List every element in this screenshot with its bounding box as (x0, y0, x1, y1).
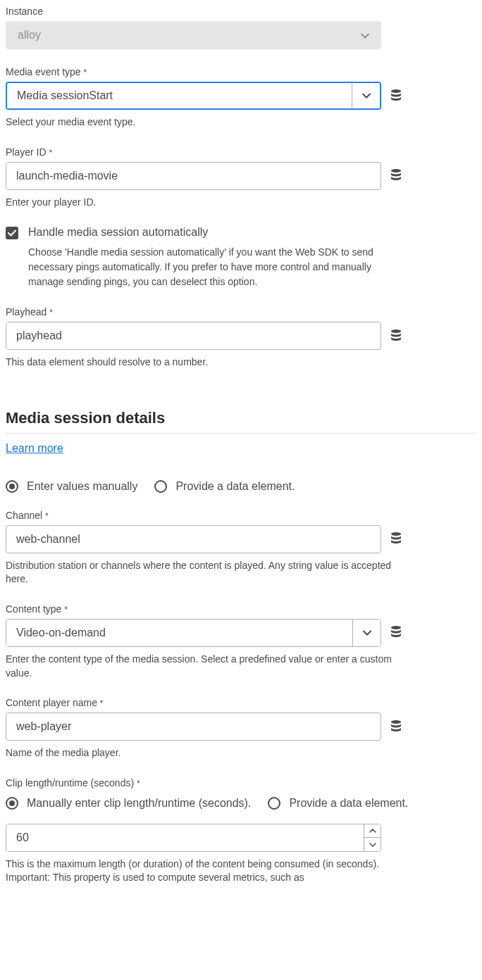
player-id-label: Player ID * (6, 146, 476, 158)
playhead-input[interactable] (6, 322, 381, 350)
svg-point-5 (391, 720, 401, 724)
channel-field: Channel * Distribution station or channe… (6, 510, 476, 586)
clip-length-data-element-radio[interactable]: Provide a data element. (268, 797, 408, 810)
entry-mode-data-element[interactable]: Provide a data element. (154, 480, 295, 493)
clip-length-step-down[interactable] (364, 838, 381, 851)
radio-selected-icon (6, 480, 18, 493)
instance-select[interactable]: alloy (6, 21, 381, 49)
channel-label: Channel * (6, 510, 476, 521)
database-icon[interactable] (390, 720, 402, 734)
database-icon[interactable] (390, 625, 402, 640)
instance-label: Instance (6, 6, 476, 17)
media-event-type-combobox[interactable] (6, 82, 381, 110)
instance-field: Instance alloy (6, 6, 476, 49)
clip-length-number-input[interactable] (6, 824, 381, 852)
instance-value: alloy (18, 29, 41, 42)
content-type-combobox[interactable] (6, 619, 381, 647)
clip-length-input[interactable] (6, 824, 364, 851)
handle-auto-label: Handle media session automatically (28, 226, 208, 239)
section-divider (6, 433, 476, 434)
svg-point-1 (391, 169, 401, 172)
database-icon[interactable] (390, 329, 402, 344)
player-id-help: Enter your player ID. (6, 196, 400, 210)
handle-auto-field: Handle media session automatically Choos… (6, 226, 476, 289)
media-event-type-field: Media event type * Select your media eve… (6, 66, 476, 130)
database-icon[interactable] (390, 168, 402, 183)
content-type-input[interactable] (6, 620, 352, 646)
chevron-down-icon (362, 93, 371, 99)
media-session-details-title: Media session details (6, 409, 476, 427)
media-event-type-input[interactable] (7, 83, 352, 108)
content-player-name-help: Name of the media player. (6, 746, 400, 760)
svg-point-3 (391, 532, 401, 536)
radio-icon (268, 797, 280, 810)
content-type-help: Enter the content type of the media sess… (6, 653, 400, 680)
handle-auto-desc: Choose 'Handle media session automatical… (28, 245, 381, 289)
player-id-input[interactable] (6, 162, 381, 190)
chevron-down-icon (361, 29, 369, 42)
playhead-help: This data element should resolve to a nu… (6, 356, 400, 370)
database-icon[interactable] (390, 532, 402, 546)
content-player-name-field: Content player name * Name of the media … (6, 697, 476, 760)
check-icon (8, 230, 16, 237)
svg-point-2 (391, 329, 401, 333)
clip-length-manual-label: Manually enter clip length/runtime (seco… (27, 797, 251, 810)
content-player-name-label: Content player name * (6, 697, 476, 708)
channel-help: Distribution station or channels where t… (6, 559, 400, 586)
chevron-down-icon (369, 843, 376, 847)
clip-length-help: This is the maximum length (or duration)… (6, 857, 400, 885)
clip-length-manual-radio[interactable]: Manually enter clip length/runtime (seco… (6, 797, 251, 810)
clip-length-label: Clip length/runtime (seconds) * (6, 777, 476, 789)
entry-mode-data-element-label: Provide a data element. (175, 480, 295, 493)
entry-mode-manual[interactable]: Enter values manually (6, 480, 137, 493)
content-type-chevron[interactable] (352, 620, 381, 646)
handle-auto-checkbox[interactable] (6, 227, 18, 239)
chevron-down-icon (363, 630, 371, 636)
content-player-name-input[interactable] (6, 712, 381, 741)
media-event-type-help: Select your media event type. (6, 115, 400, 130)
entry-mode-radio-group: Enter values manually Provide a data ele… (6, 480, 476, 493)
player-id-field: Player ID * Enter your player ID. (6, 146, 476, 210)
chevron-up-icon (369, 829, 376, 833)
playhead-label: Playhead * (6, 306, 476, 318)
radio-icon (154, 480, 167, 493)
database-icon[interactable] (390, 89, 402, 103)
learn-more-link[interactable]: Learn more (6, 442, 63, 455)
media-event-type-label: Media event type * (6, 66, 476, 77)
clip-length-field: Clip length/runtime (seconds) * Manually… (6, 777, 476, 885)
clip-length-step-up[interactable] (364, 824, 381, 838)
clip-length-data-element-label: Provide a data element. (289, 797, 408, 810)
playhead-field: Playhead * This data element should reso… (6, 306, 476, 370)
radio-selected-icon (6, 797, 18, 810)
content-type-field: Content type * Enter the content type of… (6, 603, 476, 680)
svg-point-4 (391, 626, 401, 629)
svg-point-0 (391, 89, 401, 93)
entry-mode-manual-label: Enter values manually (27, 480, 137, 493)
content-type-label: Content type * (6, 603, 476, 615)
media-event-type-chevron[interactable] (352, 83, 380, 108)
channel-input[interactable] (6, 525, 381, 553)
